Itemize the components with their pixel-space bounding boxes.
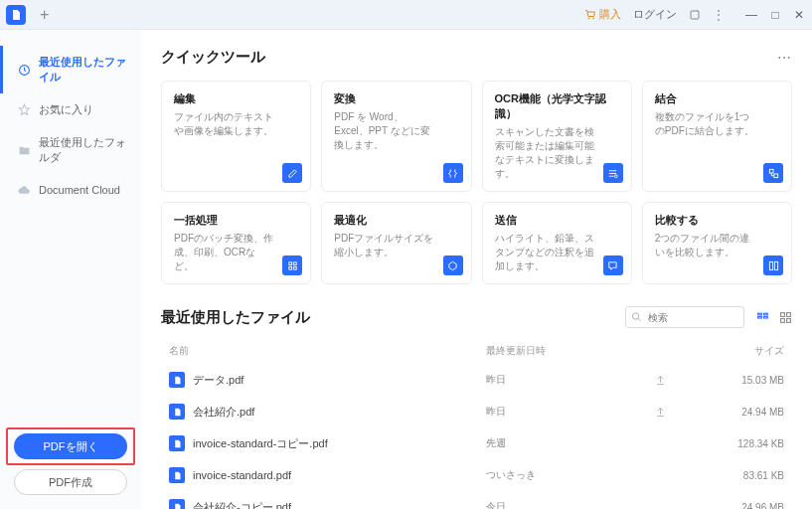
tool-card[interactable]: OCR機能（光学文字認識）スキャンした文書を検索可能または編集可能なテキストに変… [482,81,632,192]
close-button[interactable]: ✕ [792,8,806,22]
tool-title: OCR機能（光学文字認識） [495,91,619,121]
tool-card[interactable]: 送信ハイライト、鉛筆、スタンプなどの注釈を追加します。 [482,202,632,284]
notification-icon[interactable] [689,9,701,21]
tool-desc: ファイル内のテキストや画像を編集します。 [174,110,298,138]
sidebar-item-label: お気に入り [39,102,93,117]
cloud-icon [17,183,31,197]
menu-icon[interactable]: ⋮ [713,8,725,22]
svg-point-2 [615,174,618,177]
sidebar-item-label: 最近使用したファイル [39,55,131,85]
file-row[interactable]: データ.pdf昨日15.03 MB [161,364,792,396]
file-name: データ.pdf [193,373,486,388]
file-row[interactable]: 会社紹介.pdf昨日24.94 MB [161,396,792,427]
pdf-icon [169,435,185,451]
file-date: 昨日 [486,373,655,387]
svg-rect-13 [758,316,762,318]
tool-card[interactable]: 一括処理PDFのバッチ変換、作成、印刷、OCRなど。 [161,202,311,284]
tool-title: 変換 [334,91,458,106]
sidebar-item-document-cloud[interactable]: Document Cloud [0,174,141,206]
file-size: 24.94 MB [715,407,784,418]
sidebar: 最近使用したファイル お気に入り 最近使用したフォルダ Document Clo… [0,30,141,509]
file-list: データ.pdf昨日15.03 MB会社紹介.pdf昨日24.94 MBinvoi… [161,364,792,509]
tool-title: 比較する [655,213,779,228]
quick-tools-title: クイックツール [161,48,265,67]
file-size: 128.34 KB [715,438,784,449]
tool-icon [603,255,623,275]
cart-icon [584,9,596,21]
tool-card[interactable]: 結合複数のファイルを1つのPDFに結合します。 [642,81,792,192]
svg-rect-14 [764,313,768,315]
tool-icon [443,163,463,183]
file-row[interactable]: 会社紹介-コピー.pdf今日24.96 MB [161,491,792,509]
view-list-icon[interactable] [756,311,769,324]
file-date: 先週 [486,436,655,450]
app-logo-icon [6,5,26,25]
search-icon [631,312,642,323]
svg-rect-19 [787,318,791,322]
pdf-icon [169,499,185,509]
tool-icon [763,163,783,183]
tool-card[interactable]: 編集ファイル内のテキストや画像を編集します。 [161,81,311,192]
svg-rect-3 [769,169,773,173]
file-name: 会社紹介-コピー.pdf [193,500,486,510]
file-date: 昨日 [486,405,655,419]
tool-icon [603,163,623,183]
svg-rect-10 [774,261,777,269]
tool-icon [282,163,302,183]
svg-rect-18 [781,318,785,322]
tool-icon [282,255,302,275]
view-grid-icon[interactable] [779,311,792,324]
file-size: 24.96 MB [715,502,784,510]
col-name: 名前 [169,344,486,358]
tool-title: 結合 [655,91,779,106]
svg-rect-0 [691,11,699,19]
tool-desc: 2つのファイル間の違いを比較します。 [655,232,779,259]
sidebar-item-label: 最近使用したフォルダ [39,135,131,165]
tool-desc: 複数のファイルを1つのPDFに結合します。 [655,110,779,138]
new-tab-button[interactable]: + [40,6,49,24]
pin-icon [655,407,715,418]
sidebar-item-label: Document Cloud [39,184,120,196]
file-row[interactable]: invoice-standard.pdfついさっき83.61 KB [161,459,792,491]
maximize-button[interactable]: □ [768,8,782,22]
svg-rect-7 [289,266,292,269]
file-date: 今日 [486,500,655,509]
tool-desc: PDF を Word、Excel、PPT などに変換します。 [334,110,458,152]
file-row[interactable]: invoice-standard-コピー.pdf先週128.34 KB [161,427,792,459]
pin-icon [655,375,715,386]
svg-rect-9 [769,261,772,269]
open-pdf-button[interactable]: PDFを開く [14,433,127,459]
tool-icon [443,255,463,275]
buy-link[interactable]: 購入 [584,7,621,22]
tool-card[interactable]: 変換PDF を Word、Excel、PPT などに変換します。 [321,81,471,192]
svg-point-11 [632,313,638,319]
file-list-header: 名前 最終更新日時 サイズ [161,338,792,364]
sidebar-item-favorites[interactable]: お気に入り [0,93,141,126]
more-button[interactable]: ⋯ [777,50,792,66]
col-size: サイズ [715,344,784,358]
search-input[interactable] [625,306,744,328]
file-name: 会社紹介.pdf [193,405,486,420]
sidebar-item-recent-files[interactable]: 最近使用したファイル [0,46,141,93]
tool-desc: PDFのバッチ変換、作成、印刷、OCRなど。 [174,232,298,273]
pdf-icon [169,372,185,388]
pdf-icon [169,404,185,420]
clock-icon [17,63,31,77]
star-icon [17,103,31,117]
tool-card[interactable]: 最適化PDFファイルサイズを縮小します。 [321,202,471,284]
file-name: invoice-standard.pdf [193,469,486,481]
tools-grid: 編集ファイル内のテキストや画像を編集します。変換PDF を Word、Excel… [161,81,792,284]
svg-rect-12 [758,313,762,315]
svg-rect-17 [787,312,791,316]
svg-rect-6 [293,261,296,264]
login-link[interactable]: ログイン [633,7,677,22]
tool-title: 送信 [495,213,619,228]
tool-card[interactable]: 比較する2つのファイル間の違いを比較します。 [642,202,792,284]
create-pdf-button[interactable]: PDF作成 [14,469,127,495]
minimize-button[interactable]: — [744,8,758,22]
file-size: 83.61 KB [715,470,784,481]
svg-rect-4 [773,173,777,177]
tool-desc: ハイライト、鉛筆、スタンプなどの注釈を追加します。 [495,232,619,273]
main-content: クイックツール ⋯ 編集ファイル内のテキストや画像を編集します。変換PDF を … [141,30,812,509]
sidebar-item-recent-folders[interactable]: 最近使用したフォルダ [0,126,141,174]
